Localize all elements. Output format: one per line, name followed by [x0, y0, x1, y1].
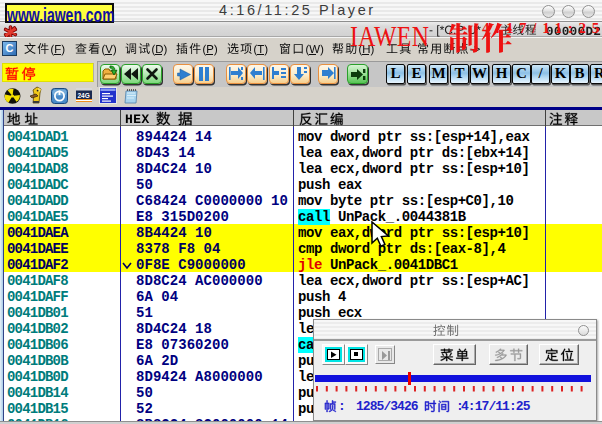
svg-text:24G: 24G [78, 92, 90, 99]
